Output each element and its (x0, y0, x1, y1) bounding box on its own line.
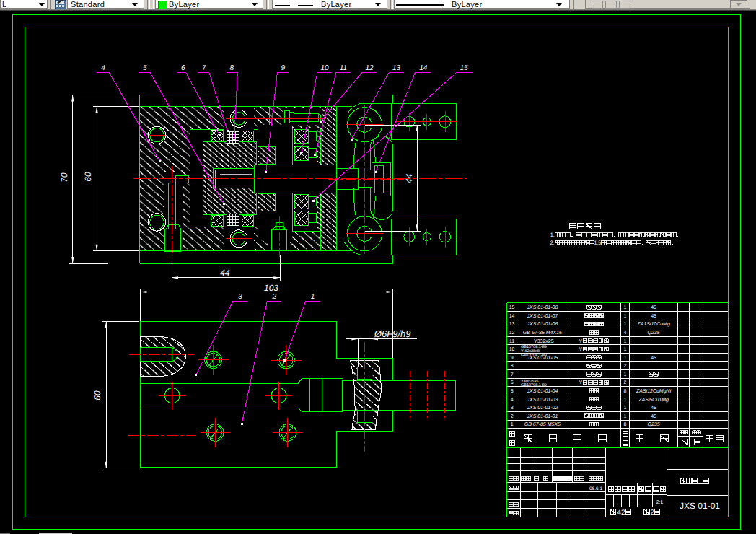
svg-text:44: 44 (220, 268, 230, 278)
svg-text:2:1: 2:1 (656, 500, 664, 505)
svg-text:8: 8 (623, 422, 626, 427)
svg-text:11: 11 (509, 339, 514, 344)
svg-text:ZASi12CuMgNi: ZASi12CuMgNi (636, 388, 672, 394)
svg-text:70: 70 (59, 172, 69, 183)
svg-text:4: 4 (511, 398, 514, 403)
svg-text:JXS 01-01-01: JXS 01-01-01 (526, 414, 558, 419)
svg-text:1.: 1. (550, 232, 555, 238)
svg-text:13: 13 (509, 322, 515, 327)
svg-text:Y332x25: Y332x25 (534, 339, 554, 344)
svg-text:14: 14 (419, 64, 428, 72)
svg-text:2: 2 (272, 293, 277, 301)
svg-text:JXS 01-01-05: JXS 01-01-05 (526, 356, 558, 361)
svg-text:10: 10 (320, 64, 329, 72)
svg-text:11: 11 (340, 64, 347, 72)
svg-text:8: 8 (511, 364, 514, 369)
svg-text:1: 1 (623, 339, 626, 344)
svg-text:15: 15 (460, 64, 468, 72)
svg-text:2: 2 (623, 364, 626, 369)
svg-text:ZASi5Cu1Mg: ZASi5Cu1Mg (638, 397, 669, 403)
svg-text:1: 1 (623, 398, 626, 403)
svg-text:4: 4 (101, 64, 105, 72)
svg-text:45: 45 (651, 356, 656, 361)
svg-text:13: 13 (392, 64, 401, 72)
svg-text:ZA1Si10CuMg: ZA1Si10CuMg (636, 321, 670, 327)
svg-text:GB10708.1-89: GB10708.1-89 (521, 383, 547, 388)
svg-text:06.6.1: 06.6.1 (589, 486, 602, 491)
svg-text:JXS 01-01-07: JXS 01-01-07 (526, 314, 558, 319)
svg-text:1: 1 (311, 293, 315, 301)
svg-text:45: 45 (651, 406, 656, 411)
svg-text:5: 5 (143, 64, 147, 72)
svg-text:1: 1 (623, 314, 626, 319)
svg-text:1: 1 (623, 372, 626, 377)
svg-text:12: 12 (365, 64, 374, 72)
svg-text:9: 9 (511, 356, 514, 361)
svg-text:8: 8 (623, 389, 626, 394)
svg-text:60: 60 (92, 390, 102, 400)
svg-text:4: 4 (623, 331, 626, 336)
svg-text:1: 1 (623, 322, 626, 327)
svg-text:9: 9 (281, 64, 286, 72)
svg-text:Q235: Q235 (648, 422, 660, 427)
svg-text:12: 12 (509, 331, 515, 336)
svg-text:3: 3 (511, 406, 514, 411)
svg-text:JXS 01-01-03: JXS 01-01-03 (526, 398, 558, 403)
svg-text:6: 6 (181, 64, 185, 72)
svg-text:103: 103 (264, 283, 278, 293)
svg-text:1: 1 (623, 305, 626, 310)
svg-text:7: 7 (202, 64, 206, 72)
svg-text:1: 1 (623, 406, 626, 411)
svg-text:2.: 2. (550, 240, 555, 246)
svg-text:GB 67-85 M5X5: GB 67-85 M5X5 (524, 422, 561, 427)
svg-text:JXS 01-01-06: JXS 01-01-06 (526, 322, 558, 327)
svg-text:Q235: Q235 (648, 331, 660, 336)
svg-text:45: 45 (651, 414, 656, 419)
svg-text:Y: Y (579, 347, 583, 352)
svg-text:JXS 01-01-04: JXS 01-01-04 (526, 389, 558, 394)
svg-text:1: 1 (511, 422, 514, 427)
svg-text:1: 1 (623, 356, 626, 361)
svg-text:JXS 01-01-08: JXS 01-01-08 (526, 305, 558, 310)
svg-text:2: 2 (650, 509, 654, 517)
svg-text:60: 60 (83, 172, 93, 182)
svg-text:45: 45 (651, 305, 656, 310)
svg-text:Y: Y (579, 339, 583, 344)
svg-text:3: 3 (238, 293, 242, 301)
svg-text:2: 2 (623, 380, 626, 385)
svg-text:5: 5 (511, 389, 514, 394)
svg-text:45: 45 (651, 314, 656, 319)
svg-text:1: 1 (623, 414, 626, 419)
svg-text:JXS 01-01-02: JXS 01-01-02 (526, 406, 558, 411)
svg-text:7: 7 (511, 372, 514, 377)
svg-text:14: 14 (509, 314, 515, 319)
svg-text:15: 15 (509, 305, 515, 310)
svg-text:2: 2 (511, 414, 514, 419)
svg-text:Ø6F9/h9: Ø6F9/h9 (374, 328, 411, 339)
svg-text:6: 6 (511, 380, 514, 385)
svg-text:44: 44 (404, 174, 414, 184)
svg-text:42: 42 (617, 509, 625, 517)
svg-text:1: 1 (623, 347, 626, 352)
svg-text:Y: Y (579, 380, 583, 385)
svg-text:JXS 01-01: JXS 01-01 (680, 501, 720, 511)
svg-text:8: 8 (230, 64, 234, 72)
svg-text:1.5: 1.5 (594, 240, 602, 246)
svg-text:GB 67-85 M4X16: GB 67-85 M4X16 (523, 331, 562, 336)
svg-text:10: 10 (509, 347, 515, 352)
